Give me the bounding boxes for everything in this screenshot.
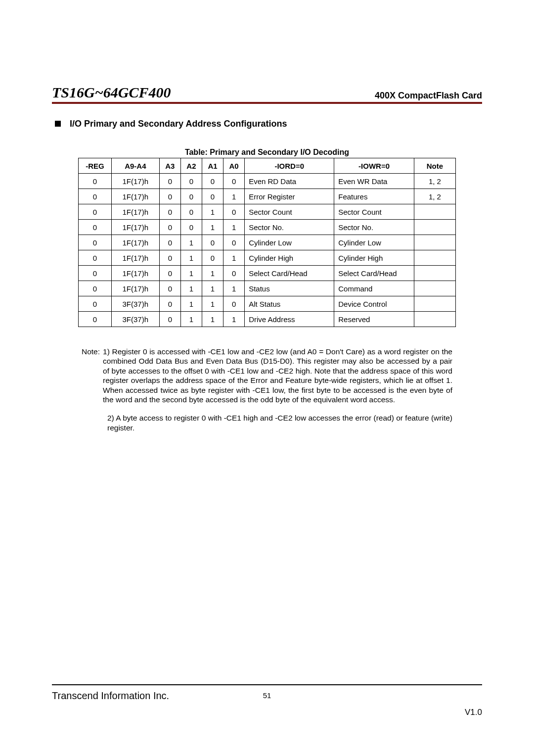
- table-cell: 0: [159, 174, 180, 189]
- table-cell: 0: [79, 220, 112, 235]
- table-cell: 0: [159, 250, 180, 266]
- table-cell: Sector No.: [334, 220, 414, 235]
- table-cell: 1: [180, 312, 202, 327]
- table-header-row: -REG A9-A4 A3 A2 A1 A0 -IORD=0 -IOWR=0 N…: [79, 158, 456, 174]
- product-model: TS16G~64GCF400: [52, 84, 171, 101]
- table-cell: Select Card/Head: [334, 266, 414, 281]
- table-cell: 0: [202, 174, 223, 189]
- table-row: 03F(37)h0110Alt StatusDevice Control: [79, 296, 456, 312]
- table-cell: 1F(17)h: [111, 235, 159, 250]
- table-cell: [414, 235, 455, 250]
- table-cell: Alt Status: [245, 296, 334, 312]
- table-cell: Cylinder High: [245, 250, 334, 266]
- table-cell: 0: [159, 235, 180, 250]
- table-row: 01F(17)h0111StatusCommand: [79, 281, 456, 296]
- table-cell: Select Card/Head: [245, 266, 334, 281]
- table-cell: 1: [180, 281, 202, 296]
- table-cell: 1: [223, 281, 245, 296]
- table-cell: 0: [202, 235, 223, 250]
- table-cell: 1: [223, 189, 245, 204]
- table-cell: Even RD Data: [245, 174, 334, 189]
- table-cell: 1: [202, 204, 223, 220]
- table-cell: 0: [159, 220, 180, 235]
- table-cell: 0: [180, 174, 202, 189]
- table-cell: 0: [79, 296, 112, 312]
- table-row: 01F(17)h0100Cylinder LowCylinder Low: [79, 235, 456, 250]
- table-cell: 1: [180, 250, 202, 266]
- table-cell: Even WR Data: [334, 174, 414, 189]
- table-cell: Sector Count: [245, 204, 334, 220]
- table-row: 01F(17)h0001Error RegisterFeatures1, 2: [79, 189, 456, 204]
- page-footer: Transcend Information Inc. 51: [52, 684, 482, 702]
- table-cell: 0: [79, 174, 112, 189]
- table-cell: [414, 220, 455, 235]
- note-2-text: 2) A byte access to register 0 with -CE1…: [107, 413, 452, 432]
- section-title: I/O Primary and Secondary Address Config…: [70, 119, 287, 129]
- table-cell: 1: [180, 296, 202, 312]
- col-header: -REG: [79, 158, 112, 174]
- table-cell: Sector Count: [334, 204, 414, 220]
- col-header: -IOWR=0: [334, 158, 414, 174]
- table-cell: 0: [202, 189, 223, 204]
- table-cell: Sector No.: [245, 220, 334, 235]
- table-cell: Drive Address: [245, 312, 334, 327]
- table-cell: 0: [223, 266, 245, 281]
- table-cell: 1F(17)h: [111, 174, 159, 189]
- table-cell: [414, 266, 455, 281]
- table-row: 01F(17)h0011Sector No.Sector No.: [79, 220, 456, 235]
- col-header: A1: [202, 158, 223, 174]
- table-cell: 1, 2: [414, 189, 455, 204]
- document-header: TS16G~64GCF400 400X CompactFlash Card: [52, 84, 482, 104]
- col-header: Note: [414, 158, 455, 174]
- table-cell: 0: [79, 266, 112, 281]
- note-label: Note:: [82, 347, 103, 404]
- table-cell: 0: [223, 235, 245, 250]
- table-cell: 1: [180, 266, 202, 281]
- table-cell: Cylinder Low: [334, 235, 414, 250]
- table-cell: 1: [223, 250, 245, 266]
- table-cell: 0: [202, 250, 223, 266]
- table-cell: 0: [223, 174, 245, 189]
- table-cell: 0: [79, 204, 112, 220]
- table-cell: 1, 2: [414, 174, 455, 189]
- table-cell: Error Register: [245, 189, 334, 204]
- table-cell: [414, 250, 455, 266]
- page-number: 51: [263, 691, 271, 700]
- section-heading-row: I/O Primary and Secondary Address Config…: [52, 119, 482, 129]
- table-row: 01F(17)h0110Select Card/HeadSelect Card/…: [79, 266, 456, 281]
- table-cell: 0: [180, 189, 202, 204]
- table-cell: 1: [223, 312, 245, 327]
- table-cell: 0: [159, 296, 180, 312]
- table-cell: 0: [159, 266, 180, 281]
- table-cell: 0: [223, 296, 245, 312]
- table-cell: Device Control: [334, 296, 414, 312]
- table-cell: 1F(17)h: [111, 266, 159, 281]
- table-cell: 1: [202, 220, 223, 235]
- table-cell: 0: [159, 189, 180, 204]
- table-cell: 1: [202, 296, 223, 312]
- table-cell: Features: [334, 189, 414, 204]
- table-cell: 1: [202, 312, 223, 327]
- table-cell: 0: [180, 220, 202, 235]
- table-cell: 1F(17)h: [111, 281, 159, 296]
- product-subtitle: 400X CompactFlash Card: [375, 91, 482, 101]
- col-header: A2: [180, 158, 202, 174]
- notes-block: Note: 1) Register 0 is accessed with -CE…: [82, 347, 452, 432]
- table-cell: 1: [202, 281, 223, 296]
- table-cell: 1: [202, 266, 223, 281]
- table-cell: 0: [79, 281, 112, 296]
- table-row: 01F(17)h0000Even RD DataEven WR Data1, 2: [79, 174, 456, 189]
- io-decoding-table: -REG A9-A4 A3 A2 A1 A0 -IORD=0 -IOWR=0 N…: [78, 158, 456, 327]
- table-cell: [414, 296, 455, 312]
- table-cell: 3F(37)h: [111, 296, 159, 312]
- table-cell: 0: [180, 204, 202, 220]
- table-cell: 0: [159, 281, 180, 296]
- table-cell: Cylinder Low: [245, 235, 334, 250]
- table-cell: 0: [79, 189, 112, 204]
- note-1-text: 1) Register 0 is accessed with -CE1 low …: [103, 347, 452, 404]
- table-cell: [414, 204, 455, 220]
- table-cell: 1F(17)h: [111, 189, 159, 204]
- table-cell: Cylinder High: [334, 250, 414, 266]
- table-cell: 1F(17)h: [111, 204, 159, 220]
- table-cell: 0: [79, 312, 112, 327]
